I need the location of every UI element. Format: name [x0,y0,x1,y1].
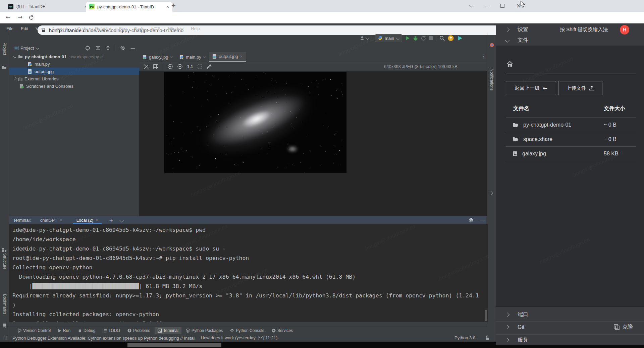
toolwindow-python-packages[interactable]: Python Packages [183,327,226,334]
debug-button[interactable] [413,36,418,41]
toolwindow-services[interactable]: Services [269,327,296,334]
file-row-project-dir[interactable]: py-chatgpt-demo-01 ~ 0 B [506,118,636,132]
fit-zoom-icon[interactable] [144,64,149,69]
stop-button[interactable] [429,36,433,40]
browser-tab-titanide[interactable]: <t> 项目 - TitanIDE × [5,2,91,12]
titan-logo-icon[interactable] [457,35,463,41]
eyedropper-icon[interactable] [207,64,212,69]
stripe-structure-button[interactable]: Structure [2,253,7,270]
collapse-all-icon[interactable] [106,46,110,50]
chevron-collapsed-icon[interactable] [13,77,16,81]
stripe-bookmarks-button[interactable]: Bookmarks [2,294,7,314]
toolwindow-run[interactable]: Run [55,327,73,334]
tree-row-external-libraries[interactable]: External Libraries [9,75,139,82]
tree-row-main-py[interactable]: main.py [9,60,139,68]
tree-row-scratches[interactable]: Scratches and Consoles [9,82,139,90]
run-with-coverage-button[interactable] [421,36,426,41]
stripe-project-button[interactable]: Project [2,43,7,55]
chevron-right-icon [505,27,509,32]
hide-terminal-icon[interactable]: — [480,217,485,223]
file-row-space-share[interactable]: space.share ~ 0 B [506,132,636,147]
reload-button[interactable] [29,15,34,20]
status-secondary-link[interactable]: How does it work (yesterday 下午11:21) [201,335,277,341]
window-minimize-button[interactable]: — [484,3,489,9]
grid-icon[interactable] [153,64,158,69]
folder-icon[interactable] [2,65,7,69]
hide-panel-icon[interactable]: — [130,45,135,51]
menu-view[interactable]: View [32,26,49,31]
menu-vcs[interactable]: VCS [148,26,164,31]
run-config-name: main [385,36,394,41]
menu-tools[interactable]: Tools [130,26,148,31]
actual-size-button[interactable]: 1:1 [187,64,193,69]
toolwindow-version-control[interactable]: Version Control [15,327,54,334]
upload-file-button[interactable]: 上传文件 [558,81,602,95]
back-button[interactable]: ← [6,14,10,20]
new-terminal-button[interactable]: + [109,217,113,223]
back-parent-dir-button[interactable]: 返回上一级 ← [506,81,556,95]
menu-code[interactable]: Code [73,26,91,31]
terminal-tab-local[interactable]: Local (2)× [73,216,102,224]
menu-navigate[interactable]: Navigate [49,26,73,31]
structure-stripe-icon[interactable] [2,248,6,252]
expand-all-icon[interactable] [96,46,100,50]
home-icon[interactable] [506,61,513,67]
companion-galaxy [285,145,300,153]
tab-close-icon[interactable]: × [96,218,98,223]
project-panel-title[interactable]: Project [20,46,34,51]
python-interpreter-label[interactable]: Python 3.8 [454,335,475,340]
run-button[interactable] [405,36,410,41]
editor-preview-icon [3,336,7,340]
unlocked-padlock-icon[interactable] [485,335,489,340]
ports-section-row[interactable]: 端口 [496,309,644,320]
toolwindow-problems[interactable]: Problems [124,327,153,334]
editor-tab-main-py[interactable]: main.py× [176,52,209,62]
editor-tab-bar: galaxy.jpg× main.py× output.jpg× [139,52,487,62]
files-section-row[interactable]: 文件 [496,35,644,46]
tab-close-icon[interactable]: × [60,218,62,223]
toolwindow-todo[interactable]: TODO [100,327,123,334]
menu-window[interactable]: Window [164,26,187,31]
zoom-in-icon[interactable] [168,64,173,69]
forward-button[interactable]: → [18,14,22,20]
search-everywhere-icon[interactable] [439,36,445,41]
menu-file[interactable]: File [3,26,17,31]
toolwindow-python-console[interactable]: Python Console [227,327,267,334]
window-maximize-button[interactable] [500,4,504,8]
tab-close-icon[interactable]: × [203,55,206,60]
toolwindow-debug[interactable]: Debug [75,327,98,334]
tab-close-icon[interactable]: × [240,54,243,59]
gear-icon[interactable] [120,46,125,51]
terminal-scrollbar-thumb[interactable] [485,310,487,321]
toolwindow-terminal[interactable]: Terminal [155,327,181,334]
editor-tab-output-jpg[interactable]: output.jpg× [209,52,246,62]
services-section-row[interactable]: 服务 [496,335,644,346]
menu-run[interactable]: Run [115,26,130,31]
tab-label: Local (2) [76,218,94,223]
locate-file-icon[interactable] [85,46,90,51]
chevron-down-icon[interactable] [36,46,40,50]
fit-window-icon[interactable] [198,64,202,69]
menu-refactor[interactable]: Refactor [91,26,115,31]
divider [506,73,636,73]
tree-row-project-root[interactable]: py-chatgpt-demo-01 ~/workspace/py-cl [9,53,139,60]
ide-update-icon[interactable] [448,35,454,41]
menu-edit[interactable]: Edit [17,26,32,31]
stripe-notifications-button[interactable]: Notifications [489,69,494,90]
zoom-out-icon[interactable] [177,64,182,69]
browser-tab-project[interactable]: PC py-chatgpt-demo-01 - TitanID × [86,2,172,12]
git-clone-button[interactable]: 克隆 [614,324,633,331]
tab-search-chevron-icon[interactable] [469,3,473,8]
user-avatar[interactable]: H [620,25,629,34]
new-tab-button[interactable]: + [171,2,176,9]
terminal-dropdown-chevron[interactable] [119,218,124,222]
terminal-settings-gear-icon[interactable] [469,218,474,223]
project-root-name: py-chatgpt-demo-01 [25,54,66,59]
terminal-tab-chatgpt[interactable]: chatGPT× [37,216,66,224]
expand-right-panel-chevron[interactable] [489,191,493,195]
tab-close-icon[interactable]: × [170,55,173,60]
notification-badge-icon[interactable] [490,43,494,47]
chevron-expanded-icon[interactable] [13,55,16,59]
editor-more-options-icon[interactable]: ⋮ [481,54,486,59]
tab-close-icon[interactable]: × [166,4,169,9]
